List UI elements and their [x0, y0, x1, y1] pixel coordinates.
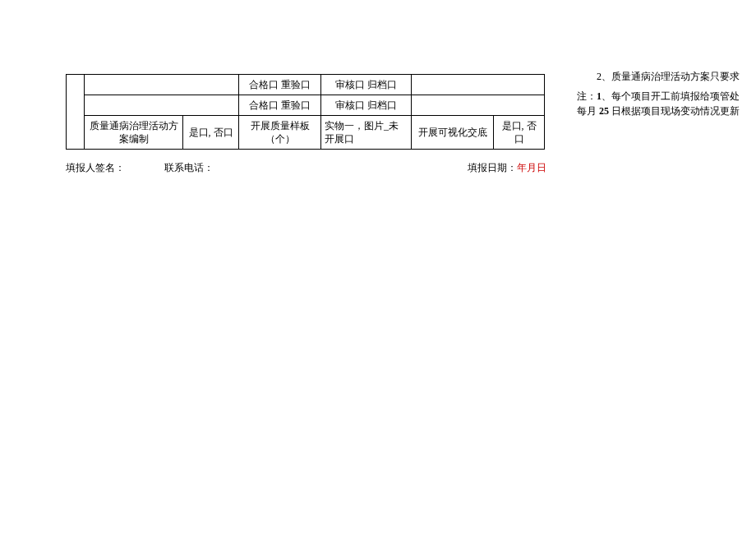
cell-r2-tail	[412, 95, 545, 116]
footer-signer-label: 填报人签名：	[66, 161, 164, 175]
cell-r3c3: 开展质量样板（个）	[239, 116, 321, 150]
note1-text: 、每个项目开工前填报给项管处	[602, 90, 740, 102]
cell-r1c4: 审核口 归档口	[321, 75, 412, 95]
cell-leading	[67, 75, 85, 150]
cell-r3c1: 质量通病治理活动方案编制	[85, 116, 183, 150]
cell-r3c2: 是口, 否口	[183, 116, 239, 150]
cell-r3c5: 开展可视化交底	[412, 116, 494, 150]
header-overlay-text: 2、质量通病治理活动方案只要求	[597, 71, 740, 82]
footer-phone-label: 联系电话：	[164, 161, 345, 175]
footer-row: 填报人签名： 联系电话： 填报日期：年月日	[66, 161, 612, 175]
cell-r1-merged	[85, 75, 239, 95]
cell-r2c4: 审核口 归档口	[321, 95, 412, 116]
note2-text: 日根据项目现场变动情况更新	[611, 105, 740, 117]
cell-r2c3: 合格口 重验口	[239, 95, 321, 116]
note1-prefix: 注：	[577, 90, 597, 102]
cell-r1c3: 合格口 重验口	[239, 75, 321, 95]
table-row: 合格口 重验口 审核口 归档口	[67, 95, 545, 116]
footer-date-value: 年月日	[517, 162, 546, 173]
footer-date-label: 填报日期：	[468, 162, 517, 173]
notes-block: 注：1、每个项目开工前填报给项管处 每月 25 日根据项目现场变动情况更新	[577, 89, 740, 118]
table-row: 质量通病治理活动方案编制 是口, 否口 开展质量样板（个） 实物一，图片_未开展…	[67, 116, 545, 150]
table-row: 合格口 重验口 审核口 归档口	[67, 75, 545, 95]
cell-r2-merged	[85, 95, 239, 116]
cell-r3c4: 实物一，图片_未开展口	[321, 116, 412, 150]
note2-num: 25	[597, 105, 611, 117]
note2-prefix: 每月	[577, 105, 597, 117]
cell-r1-tail	[412, 75, 545, 95]
cell-r3c6: 是口, 否口	[494, 116, 545, 150]
main-table: 合格口 重验口 审核口 归档口 合格口 重验口 审核口 归档口 质量通病治理活动…	[66, 74, 545, 150]
